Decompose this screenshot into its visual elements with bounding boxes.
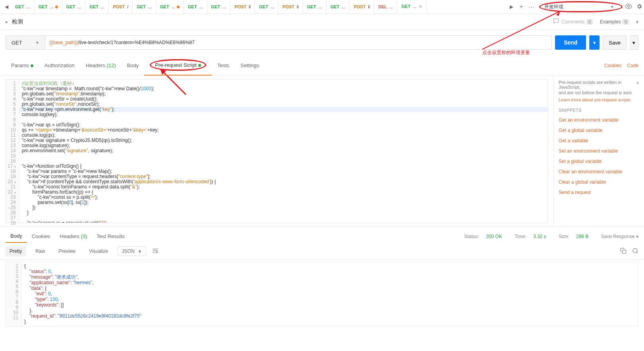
snippet-link[interactable]: Get a variable — [559, 138, 639, 144]
tab-nav-prev[interactable]: ◀ — [2, 2, 11, 12]
snippet-link[interactable]: Get a global variable — [559, 128, 639, 133]
snippet-link[interactable]: Set a global variable — [559, 159, 639, 164]
caret-down-icon: ▼ — [35, 41, 39, 45]
tab-overflow-button[interactable]: ⋯ — [526, 3, 537, 11]
tab-pre-request-script[interactable]: Pre-request Script — [144, 55, 212, 76]
snippet-link[interactable]: Clear a global variable — [559, 179, 639, 185]
tab-nav-next[interactable]: ▶ — [507, 2, 516, 12]
request-tab[interactable]: GET... — [62, 0, 86, 14]
request-tab[interactable]: GET... — [35, 0, 62, 14]
wrap-lines-icon[interactable] — [152, 247, 159, 256]
environment-selector[interactable]: 开发环境 ▼ — [539, 1, 623, 12]
request-tab[interactable]: GET... — [11, 0, 35, 14]
resp-tab-headers[interactable]: Headers (3) — [55, 230, 92, 242]
tab-settings[interactable]: Settings — [235, 58, 265, 72]
comments-count: 0 — [586, 19, 593, 25]
request-tab[interactable]: GET...× — [397, 0, 426, 14]
resp-tab-test-results[interactable]: Test Results — [92, 230, 130, 242]
resp-tab-cookies[interactable]: Cookies — [27, 230, 55, 242]
request-tab[interactable]: GET... — [85, 0, 109, 14]
request-tab[interactable]: GET... — [303, 0, 327, 14]
examples-label[interactable]: Examples — [600, 19, 621, 25]
save-button[interactable]: Save — [603, 35, 627, 50]
tab-authorization[interactable]: Authorization — [39, 58, 80, 72]
save-dropdown[interactable]: ▾ — [630, 35, 638, 50]
cookies-link[interactable]: Cookies — [604, 63, 621, 68]
svg-point-0 — [628, 5, 630, 7]
save-response-button[interactable]: Save Response ▾ — [596, 234, 638, 239]
time-label: Time: 3.32 s — [509, 234, 546, 239]
send-button[interactable]: Send — [555, 35, 586, 50]
environment-name: 开发环境 — [544, 4, 563, 10]
chevron-right-icon[interactable]: ▸ — [637, 80, 639, 85]
request-tab[interactable]: DEL... — [374, 0, 397, 14]
annotation-text: 点击设置你的环境变量 — [482, 49, 530, 56]
tab-headers[interactable]: Headers (12) — [80, 58, 122, 72]
tab-tests[interactable]: Tests — [212, 58, 235, 72]
tab-body[interactable]: Body — [122, 58, 145, 72]
request-name: 检测 — [12, 18, 23, 25]
url-input[interactable]: {{base_path}}/live-text/check/1?content=… — [45, 35, 552, 50]
comments-label[interactable]: Comments — [562, 19, 585, 25]
learn-more-link[interactable]: Learn more about pre-request scripts — [559, 97, 639, 102]
search-icon[interactable] — [632, 248, 638, 255]
request-tab[interactable]: GET... — [255, 0, 278, 14]
svg-point-6 — [633, 248, 637, 253]
request-tab[interactable]: GET... — [207, 0, 231, 14]
response-body-editor[interactable]: 1234567891011 { "status": 0, "message": … — [6, 262, 638, 327]
request-tab[interactable]: POSTli — [230, 0, 255, 14]
tab-params[interactable]: Params — [6, 58, 39, 72]
copy-icon[interactable] — [620, 248, 627, 255]
close-icon[interactable]: × — [419, 3, 422, 10]
examples-count: 0 — [623, 19, 629, 25]
resp-tab-body[interactable]: Body — [6, 230, 27, 243]
request-tab[interactable]: GET... — [156, 0, 184, 14]
resp-format-selector[interactable]: JSON▼ — [118, 246, 146, 256]
request-tab[interactable]: GET... — [133, 0, 156, 14]
request-tab[interactable]: GET... — [184, 0, 207, 14]
request-tab[interactable]: GET... — [327, 0, 350, 14]
chevron-right-icon[interactable]: ▸ — [6, 19, 8, 25]
request-tab[interactable]: POSTli — [350, 0, 374, 14]
new-tab-button[interactable]: + — [516, 3, 526, 10]
request-tab[interactable]: POST/ — [109, 0, 133, 14]
snippet-link[interactable]: Send a request — [559, 190, 639, 195]
resp-view-raw[interactable]: Raw — [31, 246, 49, 256]
snippet-link[interactable]: Clear an environment variable — [559, 169, 639, 175]
method-selector[interactable]: GET ▼ — [6, 35, 45, 50]
send-dropdown[interactable]: ▾ — [589, 35, 600, 50]
pre-request-editor[interactable]: 1234567891011121314151617 ▾181920 ▾2122 … — [6, 79, 548, 223]
code-link[interactable]: Code — [627, 63, 638, 68]
eye-icon[interactable] — [625, 3, 632, 11]
comments-icon[interactable] — [553, 18, 559, 25]
snippet-link[interactable]: Set an environment variable — [559, 148, 639, 154]
snippets-panel: ▸ Pre-request scripts are written in Jav… — [553, 76, 644, 226]
resp-view-preview[interactable]: Preview — [54, 246, 79, 256]
request-tab[interactable]: POSTli — [278, 0, 303, 14]
caret-down-icon: ▼ — [610, 5, 614, 9]
caret-down-icon[interactable]: ▾ — [636, 19, 638, 25]
svg-rect-5 — [623, 250, 626, 254]
resp-view-visualize[interactable]: Visualize — [85, 246, 112, 256]
status-label: Status: 200 OK — [458, 234, 502, 239]
resp-view-pretty[interactable]: Pretty — [6, 246, 26, 256]
snippet-link[interactable]: Get an environment variable — [559, 117, 639, 123]
gear-icon[interactable] — [636, 3, 642, 11]
size-label: Size: 286 B — [553, 234, 588, 239]
